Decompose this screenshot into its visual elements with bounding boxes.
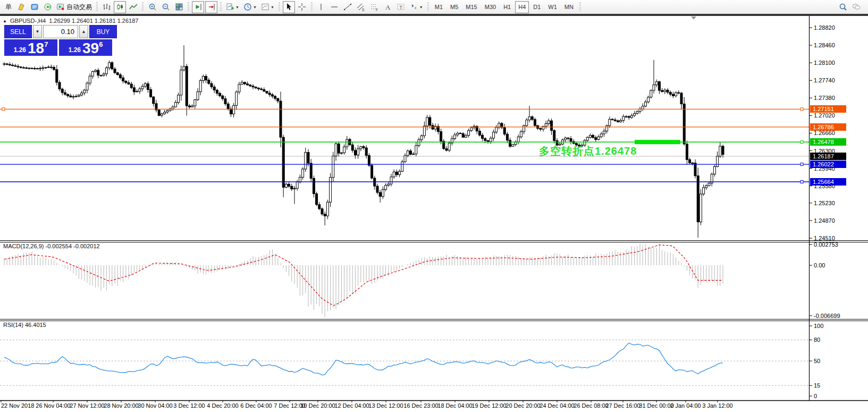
sell-button[interactable]: SELL xyxy=(4,25,32,38)
template-icon xyxy=(261,3,269,11)
candlesticks xyxy=(3,45,724,238)
chart-title: ▲ GBPUSD-,H4 1.26299 1.26401 1.26181 1.2… xyxy=(3,18,138,24)
chart-window-button[interactable] xyxy=(15,1,27,13)
rsi-tick-label: 100 xyxy=(814,323,823,329)
toolbar-separator xyxy=(427,2,429,12)
autotrading-button[interactable]: 自动交易 xyxy=(55,1,94,13)
date-label: 3 Jan 12:00 xyxy=(702,402,733,409)
macd-signal-value: -0.002012 xyxy=(73,243,100,249)
buy-price-button[interactable]: 1.26396 xyxy=(59,39,112,56)
tile-windows-button[interactable] xyxy=(173,1,185,13)
text-button[interactable]: A xyxy=(382,1,394,13)
timeframe-m1-button[interactable]: M1 xyxy=(432,1,446,13)
horizontal-line-button[interactable] xyxy=(328,1,341,13)
sell-price-button[interactable]: 1.26187 xyxy=(4,39,57,56)
zoom-in-button[interactable] xyxy=(146,1,158,13)
candles-icon xyxy=(116,3,124,11)
price-chart-canvas[interactable] xyxy=(0,0,868,412)
autoscroll-icon xyxy=(207,3,216,11)
new-order-button[interactable]: 单 xyxy=(2,1,14,13)
timeframe-mn-button[interactable]: MN xyxy=(561,1,577,13)
line-handle[interactable] xyxy=(800,180,803,183)
date-label: 3 Dec 12:00 xyxy=(173,402,205,409)
price-tick-label: 1.27020 xyxy=(814,112,835,119)
timeframe-m15-button[interactable]: M15 xyxy=(462,1,480,13)
volume-increase-button[interactable]: ▲ xyxy=(79,25,88,38)
date-label: 22 Nov 2018 xyxy=(1,402,34,409)
rsi-tick-label: 15 xyxy=(814,382,820,389)
crosshair-button[interactable] xyxy=(296,1,308,13)
fibo-icon: F xyxy=(370,3,378,11)
trendline-button[interactable] xyxy=(342,1,354,13)
rsi-line xyxy=(4,343,723,375)
line-handle[interactable] xyxy=(800,141,803,144)
templates-button[interactable]: ▼ xyxy=(259,1,276,13)
timeframe-w1-button[interactable]: W1 xyxy=(545,1,560,13)
channel-button[interactable]: E xyxy=(355,1,367,13)
auto-scroll-button[interactable] xyxy=(192,1,204,13)
arrows-button[interactable]: ▼ xyxy=(408,1,425,13)
zoom-out-button[interactable] xyxy=(159,1,172,13)
chat-icon xyxy=(852,3,861,11)
date-label: 6 Dec 04:00 xyxy=(240,402,272,409)
candle-chart-button[interactable] xyxy=(114,1,126,13)
rsi-value: 46.4015 xyxy=(25,322,46,328)
macd-label: MACD(12,26,9) -0.002554 -0.002012 xyxy=(3,243,100,249)
channel-icon: E xyxy=(357,3,365,11)
text-label-button[interactable]: T xyxy=(395,1,407,13)
collapse-icon[interactable]: ▲ xyxy=(3,19,7,23)
svg-text:F: F xyxy=(376,8,378,12)
date-label: 19 Dec 12:00 xyxy=(471,402,506,409)
buy-button[interactable]: BUY xyxy=(89,25,117,38)
macd-name: MACD(12,26,9) xyxy=(3,243,44,249)
timeframe-m5-button[interactable]: M5 xyxy=(447,1,461,13)
indicators-button[interactable]: ▼ xyxy=(224,1,241,13)
price-tick-label: 1.28820 xyxy=(814,24,835,31)
date-label: 12 Dec 04:00 xyxy=(334,402,369,409)
toolbar-separator xyxy=(220,2,222,12)
signals-icon xyxy=(44,3,52,11)
volume-input[interactable] xyxy=(43,25,78,38)
cursor-button[interactable] xyxy=(283,1,295,13)
date-label: 27 Dec 16:00 xyxy=(605,402,640,409)
doc-gold-icon xyxy=(17,3,26,11)
pivot-annotation: 多空转折点1.26478 xyxy=(539,144,637,158)
news-icon xyxy=(30,3,39,11)
toolbar-separator xyxy=(96,2,98,12)
signals-button[interactable] xyxy=(41,1,54,13)
price-tick-label: 1.26660 xyxy=(814,130,835,136)
buy-price-prefix: 1.26 xyxy=(69,45,81,55)
date-label: 13 Dec 12:00 xyxy=(368,402,403,409)
line-chart-button[interactable] xyxy=(127,1,139,13)
fibonacci-button[interactable]: F xyxy=(368,1,381,13)
date-label: 16 Dec 23:00 xyxy=(403,402,438,409)
line-handle[interactable] xyxy=(800,108,803,111)
chart-shift-marker[interactable] xyxy=(691,16,696,20)
vertical-line-button[interactable] xyxy=(315,1,327,13)
search-button[interactable] xyxy=(837,1,849,13)
bar-chart-button[interactable] xyxy=(100,1,113,13)
timeframe-h4-button[interactable]: H4 xyxy=(515,1,529,13)
news-button[interactable] xyxy=(28,1,40,13)
macd-main-value: -0.002554 xyxy=(45,243,72,249)
periods-button[interactable]: ▼ xyxy=(242,1,258,13)
macd-tick-label: 0.00 xyxy=(814,262,825,268)
timeframe-m30-button[interactable]: M30 xyxy=(482,1,499,13)
timeframe-d1-button[interactable]: D1 xyxy=(530,1,544,13)
line-handle[interactable] xyxy=(2,108,5,111)
chart-shift-button[interactable] xyxy=(205,1,217,13)
pivot-highlight-bar[interactable] xyxy=(635,140,680,144)
price-tick-label: 1.28460 xyxy=(814,42,835,48)
date-label: 18 Dec 04:00 xyxy=(437,402,472,409)
buy-price-pip: 6 xyxy=(99,40,103,48)
zoom-in-icon xyxy=(148,3,157,11)
volume-decrease-button[interactable]: ▼ xyxy=(33,25,42,38)
chat-button[interactable] xyxy=(850,1,862,13)
crosshair-icon xyxy=(298,3,306,11)
date-label: 2 Jan 04:00 xyxy=(670,402,701,409)
timeframe-h1-button[interactable]: H1 xyxy=(500,1,514,13)
toolbar: 单自动交易▼▼▼EFAT▼M1M5M15M30H1H4D1W1MN xyxy=(0,0,868,15)
indicators-icon xyxy=(226,3,234,11)
line-handle[interactable] xyxy=(800,163,803,166)
price-tick-label: 1.25230 xyxy=(814,200,835,206)
